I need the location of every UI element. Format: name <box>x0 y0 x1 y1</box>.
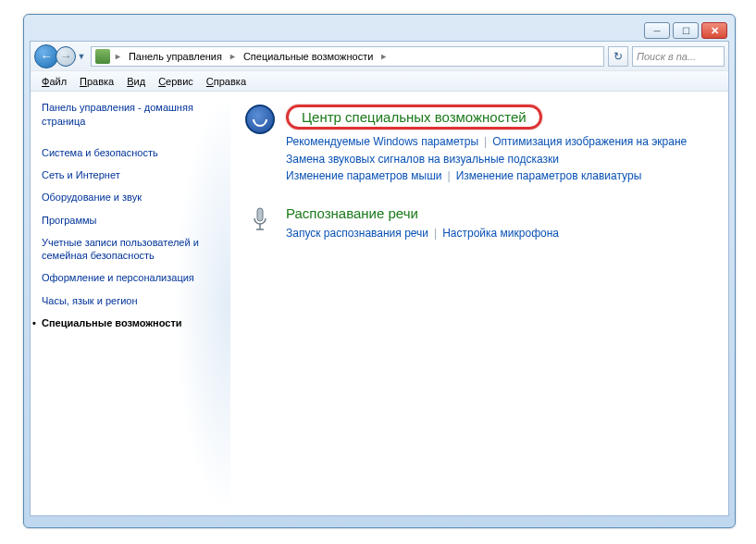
link-sep: | <box>428 227 442 240</box>
speech-recognition-link[interactable]: Распознавание речи <box>286 205 418 221</box>
sidebar-home-link[interactable]: Панель управления - домашняя страница <box>42 101 225 129</box>
link-keyboard-settings[interactable]: Изменение параметров клавиатуры <box>456 169 642 182</box>
sidebar-item-clock[interactable]: Часы, язык и регион <box>42 290 225 312</box>
sidebar-item-programs[interactable]: Программы <box>42 209 225 231</box>
link-visual-alerts[interactable]: Замена звуковых сигналов на визуальные п… <box>286 153 559 166</box>
link-start-speech[interactable]: Запуск распознавания речи <box>286 227 428 240</box>
sidebar-item-accessibility[interactable]: Специальные возможности <box>42 312 225 334</box>
sidebar-item-system[interactable]: Система и безопасность <box>42 142 225 164</box>
window-frame: ─ ☐ ✕ ← → ▼ ► Панель управления ► Специа… <box>23 14 736 528</box>
search-input[interactable]: Поиск в па... <box>632 46 725 67</box>
minimize-button[interactable]: ─ <box>644 22 670 39</box>
menu-edit[interactable]: Правка <box>74 74 119 89</box>
window-body: ← → ▼ ► Панель управления ► Специальные … <box>30 41 729 516</box>
ease-of-access-icon <box>245 105 275 134</box>
sidebar-item-appearance[interactable]: Оформление и персонализация <box>42 266 225 289</box>
link-sep: | <box>442 169 456 182</box>
refresh-button[interactable]: ↻ <box>608 46 628 67</box>
close-button[interactable]: ✕ <box>701 22 727 39</box>
sidebar-item-network[interactable]: Сеть и Интернет <box>42 164 225 186</box>
menu-tools[interactable]: Сервис <box>153 74 199 89</box>
menu-file[interactable]: Файл <box>36 74 72 89</box>
link-setup-mic[interactable]: Настройка микрофона <box>442 227 559 240</box>
sub-links: Запуск распознавания речи|Настройка микр… <box>286 225 713 242</box>
ease-of-access-center-link[interactable]: Центр специальных возможностей <box>286 105 542 130</box>
menubar: Файл Правка Вид Сервис Справка <box>31 71 728 92</box>
menu-help[interactable]: Справка <box>201 74 252 89</box>
main-panel: Центр специальных возможностей Рекоменду… <box>230 92 728 515</box>
sub-links: Рекомендуемые Windows параметры|Оптимиза… <box>286 133 713 185</box>
link-optimize-display[interactable]: Оптимизация изображения на экране <box>492 135 687 148</box>
link-mouse-settings[interactable]: Изменение параметров мыши <box>286 169 442 182</box>
sidebar-item-hardware[interactable]: Оборудование и звук <box>42 186 225 208</box>
link-sep: | <box>478 135 492 148</box>
breadcrumb-control-panel[interactable]: Панель управления <box>126 51 225 62</box>
category-body: Центр специальных возможностей Рекоменду… <box>286 105 713 185</box>
microphone-icon <box>245 205 275 235</box>
content-area: Панель управления - домашняя страница Си… <box>31 92 728 515</box>
crumb-sep-icon[interactable]: ► <box>378 52 390 61</box>
maximize-button[interactable]: ☐ <box>673 22 699 39</box>
crumb-sep-icon[interactable]: ► <box>112 52 124 61</box>
svg-rect-0 <box>257 208 263 221</box>
nav-buttons: ← → ▼ <box>34 44 87 68</box>
address-bar[interactable]: ► Панель управления ► Специальные возмож… <box>91 46 604 67</box>
nav-history-dropdown[interactable]: ▼ <box>76 47 87 66</box>
crumb-sep-icon[interactable]: ► <box>227 52 239 61</box>
titlebar: ─ ☐ ✕ <box>30 20 729 41</box>
category-body: Распознавание речи Запуск распознавания … <box>286 205 713 242</box>
category-ease-of-access: Центр специальных возможностей Рекоменду… <box>245 105 713 185</box>
link-recommended-settings[interactable]: Рекомендуемые Windows параметры <box>286 135 478 148</box>
forward-button[interactable]: → <box>56 46 76 67</box>
control-panel-icon <box>95 49 110 64</box>
sidebar: Панель управления - домашняя страница Си… <box>31 92 230 515</box>
category-speech: Распознавание речи Запуск распознавания … <box>245 205 713 242</box>
address-toolbar: ← → ▼ ► Панель управления ► Специальные … <box>31 42 728 71</box>
breadcrumb-accessibility[interactable]: Специальные возможности <box>241 51 376 62</box>
menu-view[interactable]: Вид <box>121 74 151 89</box>
sidebar-item-users[interactable]: Учетные записи пользователей и семейная … <box>42 231 225 267</box>
